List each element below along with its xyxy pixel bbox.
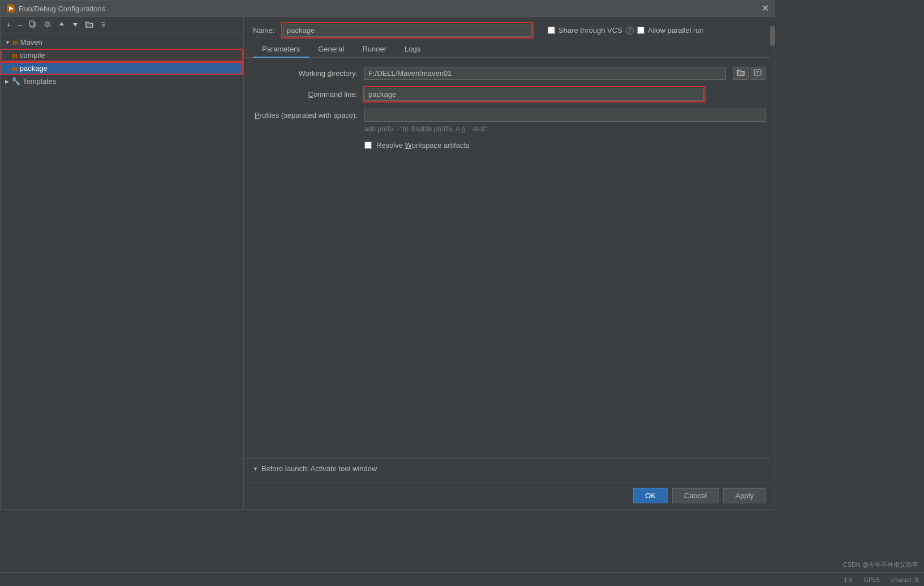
folder-button[interactable] — [83, 19, 96, 31]
tab-logs[interactable]: Logs — [396, 41, 429, 58]
tab-parameters[interactable]: Parameters — [253, 41, 309, 58]
name-input[interactable] — [283, 24, 532, 37]
run-debug-dialog: Run/Debug Configurations ✕ + – — [0, 0, 775, 510]
share-area: Share through VCS ? Allow parallel run — [548, 26, 704, 35]
profiles-hint: add prefix '-' to disable profile, e.g. … — [253, 125, 766, 133]
left-panel: + – — [1, 17, 244, 509]
tree-toolbar: + – — [1, 17, 243, 33]
close-button[interactable]: ✕ — [762, 4, 769, 13]
working-directory-row: Working directory: — [253, 67, 766, 80]
expand-arrow-templates-icon: ▶ — [5, 79, 9, 84]
maven-package-icon: m — [12, 65, 18, 72]
resolve-workspace-label: Resolve Workspace artifacts — [376, 141, 470, 149]
command-line-label: Command line: — [253, 90, 358, 99]
dialog-title-text: Run/Debug Configurations — [19, 5, 105, 13]
copy-config-button[interactable] — [27, 19, 39, 31]
parallel-run-label: Allow parallel run — [648, 26, 704, 35]
tree-item-maven-label: Maven — [20, 38, 42, 46]
apply-button[interactable]: Apply — [723, 488, 766, 503]
scrollbar-thumb — [770, 26, 775, 46]
name-row: Name: Share through VCS ? Allow parallel… — [244, 17, 775, 41]
right-panel: Name: Share through VCS ? Allow parallel… — [244, 17, 775, 509]
maven-group-icon: m — [12, 39, 18, 46]
share-vcs-label: Share through VCS — [558, 26, 622, 35]
parameters-content: Working directory: — [244, 58, 775, 458]
parallel-run-checkbox[interactable] — [637, 27, 644, 34]
tab-general[interactable]: General — [309, 41, 353, 58]
right-scrollbar[interactable] — [770, 18, 775, 509]
svg-point-4 — [46, 23, 49, 26]
cancel-button[interactable]: Cancel — [672, 488, 719, 503]
dialog-footer: OK Cancel Apply — [244, 482, 775, 509]
svg-marker-6 — [73, 23, 78, 27]
status-encoding: GPL5 — [864, 576, 880, 583]
tree-item-compile[interactable]: m compile — [1, 49, 243, 62]
move-down-button[interactable] — [70, 20, 81, 30]
tree-item-maven[interactable]: ▼ m Maven — [1, 36, 243, 49]
tree-item-templates[interactable]: ▶ 🔧 Templates — [1, 75, 243, 88]
macro-dir-button[interactable] — [750, 67, 766, 80]
run-config-icon — [6, 4, 15, 13]
status-charset: charset: 8 — [891, 576, 918, 583]
before-launch-label: Before launch: Activate tool window — [261, 464, 377, 473]
before-launch-section: ▼ Before launch: Activate tool window — [244, 458, 775, 482]
profiles-label: Profiles (separated with space): — [253, 111, 358, 119]
profiles-row: Profiles (separated with space): — [253, 109, 766, 122]
wrench-icon: 🔧 — [11, 77, 20, 85]
resolve-workspace-checkbox[interactable] — [364, 142, 372, 149]
share-vcs-checkbox[interactable] — [548, 27, 555, 34]
before-launch-arrow-icon: ▼ — [253, 466, 258, 472]
profiles-input[interactable] — [364, 109, 766, 122]
svg-rect-3 — [29, 21, 34, 26]
svg-rect-10 — [754, 70, 761, 75]
tabs-row: Parameters General Runner Logs — [244, 41, 775, 58]
dir-buttons — [733, 67, 766, 80]
command-line-input-wrapper — [364, 88, 704, 101]
ok-button[interactable]: OK — [633, 488, 668, 503]
command-line-row: Command line: — [253, 88, 766, 101]
status-bar: 1:8 GPL5 charset: 8 — [0, 572, 924, 586]
dialog-title: Run/Debug Configurations — [6, 4, 105, 13]
tree-item-package[interactable]: m package — [1, 62, 243, 75]
maven-compile-icon: m — [12, 52, 18, 59]
move-up-button[interactable] — [56, 20, 67, 30]
tree-item-compile-label: compile — [20, 51, 45, 59]
name-input-wrapper — [283, 24, 532, 37]
browse-dir-button[interactable] — [733, 67, 749, 80]
tab-runner[interactable]: Runner — [353, 41, 396, 58]
add-config-button[interactable]: + — [4, 20, 13, 30]
dialog-titlebar: Run/Debug Configurations ✕ — [1, 1, 775, 17]
config-tree: ▼ m Maven m compile m package ▶ 🔧 — [1, 33, 243, 509]
working-directory-input[interactable] — [364, 67, 726, 80]
expand-arrow-icon: ▼ — [5, 40, 10, 45]
dialog-body: + – — [1, 17, 775, 509]
sort-button[interactable] — [98, 20, 109, 30]
tree-item-templates-label: Templates — [23, 77, 56, 85]
settings-button[interactable] — [41, 19, 54, 31]
name-label: Name: — [253, 26, 278, 35]
command-line-input[interactable] — [364, 88, 704, 101]
svg-marker-5 — [59, 22, 64, 25]
status-position: 1:8 — [844, 576, 852, 583]
help-icon[interactable]: ? — [626, 27, 634, 35]
remove-config-button[interactable]: – — [15, 20, 24, 30]
working-directory-label: Working directory: — [253, 69, 358, 78]
before-launch-header[interactable]: ▼ Before launch: Activate tool window — [253, 459, 766, 476]
watermark: CSDN @今年不外祖父陈草 — [843, 561, 918, 569]
tree-item-package-label: package — [20, 64, 48, 72]
resolve-workspace-row: Resolve Workspace artifacts — [253, 141, 766, 149]
